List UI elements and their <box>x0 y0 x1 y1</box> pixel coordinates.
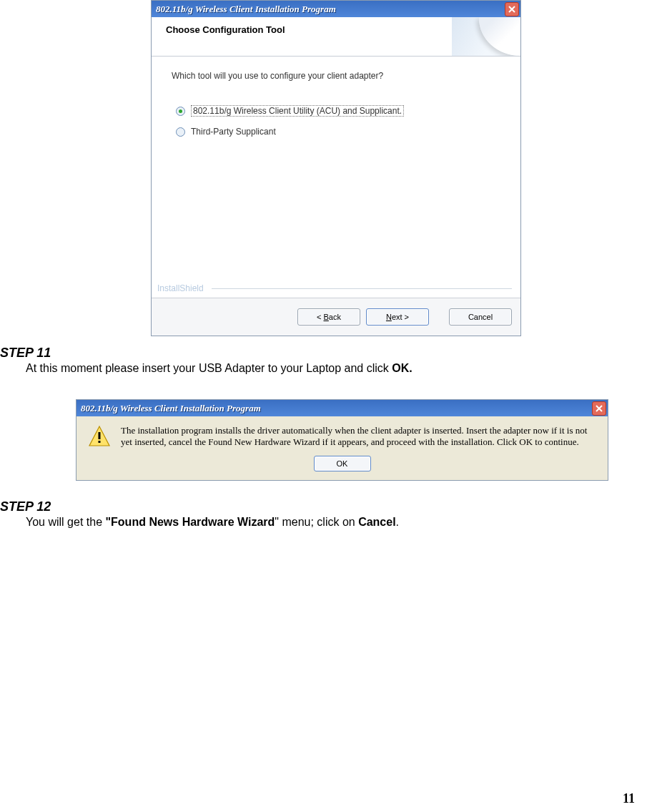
step12-text-bold: "Found News Hardware Wizard <box>105 516 275 528</box>
step12-text-after: . <box>396 516 399 528</box>
dialog1-title: 802.11b/g Wireless Client Installation P… <box>156 4 505 15</box>
dialog2-titlebar: 802.11b/g Wireless Client Installation P… <box>76 400 608 416</box>
svg-rect-5 <box>99 432 101 439</box>
installshield-text: InstallShield <box>157 283 204 293</box>
radio-option-thirdparty-label: Third-Party Supplicant <box>191 127 276 137</box>
dialog1-question: Which tool will you use to configure you… <box>172 71 500 81</box>
back-button[interactable]: < Back <box>297 308 360 326</box>
dialog1-body: Which tool will you use to configure you… <box>152 57 520 298</box>
radio-selected-icon <box>176 107 185 116</box>
step11-text-before: At this moment please insert your USB Ad… <box>26 362 392 374</box>
step11-text-bold: OK. <box>392 362 412 374</box>
dialog1-banner: Choose Configuration Tool <box>152 17 520 57</box>
step12-heading: STEP 12 <box>0 499 51 514</box>
step12-text-before: You will get the <box>26 516 105 528</box>
page-curl-decoration <box>452 17 520 56</box>
dialog2-body: The installation program installs the dr… <box>76 416 608 451</box>
step12-text-bold2: Cancel <box>358 516 395 528</box>
radio-unselected-icon <box>176 127 185 137</box>
radio-option-acu-label: 802.11b/g Wireless Client Utility (ACU) … <box>191 105 404 117</box>
cancel-button-label: Cancel <box>468 313 493 321</box>
radio-option-thirdparty[interactable]: Third-Party Supplicant <box>176 127 500 137</box>
radio-option-acu[interactable]: 802.11b/g Wireless Client Utility (ACU) … <box>176 105 500 117</box>
close-icon[interactable] <box>505 2 519 16</box>
divider-line <box>212 288 512 289</box>
ok-button-label: OK <box>337 459 348 468</box>
close-icon[interactable] <box>592 401 606 416</box>
dialog2-title: 802.11b/g Wireless Client Installation P… <box>81 403 592 414</box>
dialog1-banner-title: Choose Configuration Tool <box>166 24 285 35</box>
ok-button[interactable]: OK <box>314 456 371 471</box>
step12-text: You will get the "Found News Hardware Wi… <box>26 516 612 529</box>
warning-icon <box>88 425 111 448</box>
installshield-label: InstallShield <box>157 283 512 293</box>
step11-heading: STEP 11 <box>0 346 51 361</box>
dialog2-button-row: OK <box>76 451 608 480</box>
step12-text-mid: " menu; click on <box>275 516 358 528</box>
dialog2-message: The installation program installs the dr… <box>121 425 596 449</box>
cancel-button[interactable]: Cancel <box>449 308 512 326</box>
svg-rect-6 <box>99 441 101 443</box>
page-number: 11 <box>623 791 635 806</box>
dialog1-button-row: < Back Next > Cancel <box>152 298 520 336</box>
dialog-insert-adapter: 802.11b/g Wireless Client Installation P… <box>76 399 608 481</box>
dialog1-titlebar: 802.11b/g Wireless Client Installation P… <box>152 1 520 17</box>
next-button[interactable]: Next > <box>366 308 429 326</box>
dialog-choose-config-tool: 802.11b/g Wireless Client Installation P… <box>151 0 521 336</box>
step11-text: At this moment please insert your USB Ad… <box>26 362 612 375</box>
